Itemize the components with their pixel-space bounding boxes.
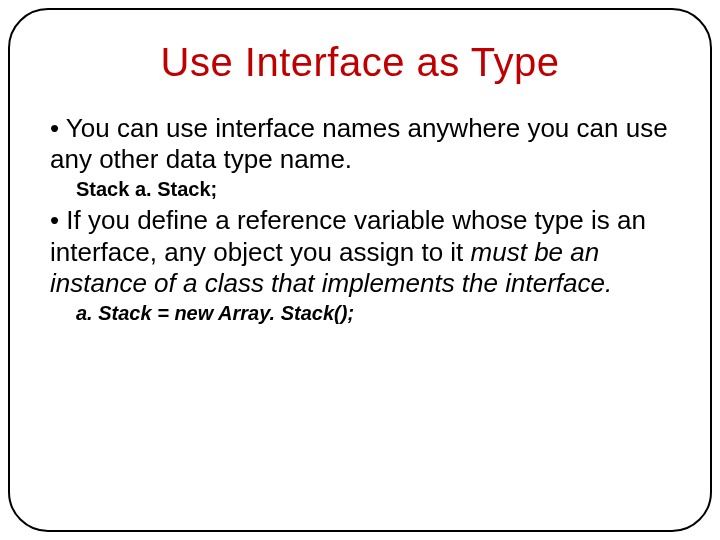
code-line-2: a. Stack = new Array. Stack(); bbox=[76, 301, 670, 325]
slide-title: Use Interface as Type bbox=[50, 40, 670, 85]
code-line-1: Stack a. Stack; bbox=[76, 177, 670, 201]
bullet-2: • If you define a reference variable who… bbox=[50, 205, 670, 299]
bullet-1: • You can use interface names anywhere y… bbox=[50, 113, 670, 175]
slide-frame: Use Interface as Type • You can use inte… bbox=[8, 8, 712, 532]
slide-content: • You can use interface names anywhere y… bbox=[50, 113, 670, 325]
